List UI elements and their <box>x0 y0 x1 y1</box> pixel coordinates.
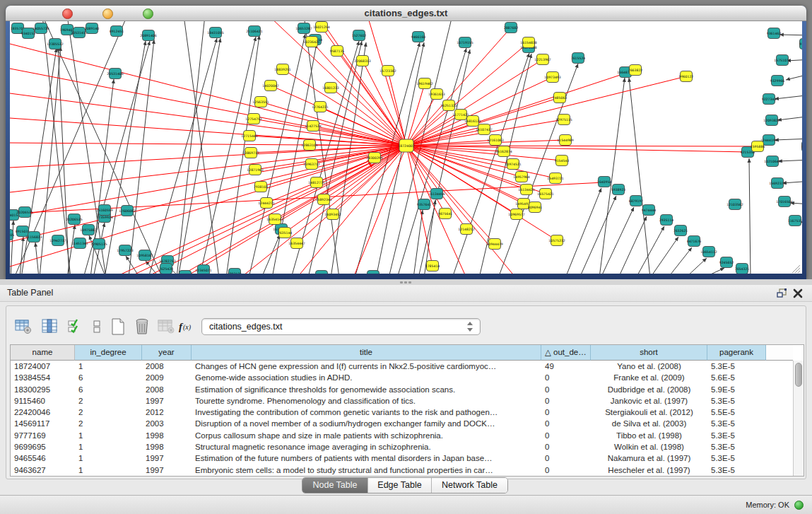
network-node[interactable]: 16801233 <box>322 83 339 93</box>
network-node[interactable]: 17957223 <box>117 245 133 256</box>
network-node[interactable]: 11544989 <box>557 135 573 146</box>
network-node[interactable]: 12905135 <box>90 239 107 250</box>
float-panel-icon[interactable] <box>777 288 788 298</box>
network-node[interactable]: 15493721 <box>547 173 563 184</box>
tab-node-table[interactable]: Node Table <box>302 478 368 493</box>
network-node[interactable]: 1803121 <box>228 269 242 274</box>
table-cell[interactable]: 18300295 <box>11 384 75 395</box>
vertical-scrollbar[interactable] <box>793 361 804 476</box>
table-cell[interactable]: de Silva et al. (2003) <box>591 418 707 429</box>
table-cell[interactable]: 5.3E-5 <box>707 418 766 429</box>
network-node[interactable]: 12975115 <box>555 115 572 125</box>
network-node[interactable]: 8471676 <box>687 236 702 247</box>
show-columns-checklist-icon[interactable] <box>64 316 85 337</box>
column-header-out_de[interactable]: △ out_de… <box>541 345 591 361</box>
table-cell[interactable]: Genome-wide association studies in ADHD. <box>192 372 541 383</box>
table-cell[interactable]: 1 <box>75 441 142 452</box>
network-node[interactable]: 8912451 <box>110 26 124 37</box>
network-node[interactable]: 16354447 <box>288 238 305 249</box>
network-node[interactable]: 12715441 <box>241 131 257 141</box>
table-cell[interactable]: 1997 <box>142 452 192 464</box>
network-node[interactable]: 21106421 <box>246 26 262 37</box>
network-node[interactable]: 7654321 <box>735 264 750 274</box>
network-node[interactable]: 7625428 <box>159 264 174 274</box>
network-node[interactable]: 14020047 <box>262 81 278 91</box>
network-node[interactable]: 9357641 <box>417 199 432 210</box>
network-node[interactable]: 1785414 <box>425 261 440 271</box>
network-node[interactable]: 9245652 <box>719 257 734 268</box>
column-header-pagerank[interactable]: pagerank <box>707 345 766 361</box>
table-cell[interactable]: 19384554 <box>11 372 75 383</box>
network-node[interactable]: 12385532 <box>47 39 63 49</box>
table-cell[interactable]: 5.3E-5 <box>707 395 766 407</box>
table-row[interactable]: 2242004622012Investigating the contribut… <box>11 407 804 418</box>
table-cell[interactable]: Nakamura et al. (1997) <box>591 452 707 464</box>
table-row[interactable]: 969969511998Structural magnetic resonanc… <box>11 441 804 452</box>
network-node[interactable]: 9329966 <box>770 76 785 86</box>
table-cell[interactable]: Corpus callosum shape and size in male p… <box>192 430 541 441</box>
function-builder-icon[interactable]: f (x) <box>177 316 198 337</box>
table-cell[interactable]: Changes of HCN gene expression and I(f) … <box>192 361 541 372</box>
network-node[interactable]: 10973493 <box>544 72 560 83</box>
scrollbar-thumb[interactable] <box>795 363 802 387</box>
network-node[interactable]: 19361613 <box>428 89 445 100</box>
network-node[interactable]: 15134456 <box>428 189 445 199</box>
table-cell[interactable]: 0 <box>541 441 591 452</box>
table-row[interactable]: 946362711997Embryonic stem cells: a mode… <box>11 465 804 476</box>
network-node[interactable]: 12444271 <box>258 198 274 209</box>
network-node[interactable]: 1167531 <box>788 216 802 226</box>
table-row[interactable]: 1830029562008Estimation of significance … <box>11 384 804 395</box>
network-node[interactable]: 12161063 <box>487 135 503 146</box>
table-cell[interactable]: 5.3E-5 <box>707 441 766 452</box>
panel-divider-grip[interactable] <box>400 281 403 284</box>
table-cell[interactable]: 6 <box>75 384 142 395</box>
tab-network-table[interactable]: Network Table <box>432 478 507 493</box>
network-node[interactable]: 10974521 <box>505 159 521 170</box>
table-cell[interactable]: Stergiakouli et al. (2012) <box>591 407 707 418</box>
network-node[interactable]: 16107437 <box>476 124 492 135</box>
network-node[interactable]: 7485063 <box>553 93 567 103</box>
table-cell[interactable]: Jankovic et al. (1997) <box>591 395 707 407</box>
network-node[interactable]: 12093822 <box>763 115 779 126</box>
network-node[interactable]: 15892341 <box>315 194 331 205</box>
table-settings-icon[interactable] <box>13 316 34 337</box>
table-cell[interactable]: 0 <box>541 384 591 395</box>
network-node[interactable]: 9587135 <box>330 46 345 57</box>
network-node[interactable]: 22068313 <box>354 56 370 66</box>
network-node[interactable]: 18431055 <box>207 28 223 38</box>
network-node[interactable]: 12148212 <box>458 224 474 235</box>
network-node[interactable]: 16251323 <box>440 100 457 111</box>
close-panel-icon[interactable] <box>792 288 804 298</box>
table-cell[interactable]: 0 <box>541 395 591 407</box>
table-row[interactable]: 911546021997Tourette syndrome. Phenomeno… <box>11 395 804 407</box>
network-node[interactable]: 25160559 <box>96 205 112 216</box>
network-node[interactable]: 10969577 <box>508 209 524 220</box>
table-cell[interactable]: 5.3E-5 <box>707 465 766 476</box>
network-node[interactable]: 16354147 <box>266 214 283 225</box>
table-cell[interactable]: 5.5E-5 <box>707 407 766 418</box>
network-node[interactable]: 9875641 <box>438 209 453 219</box>
network-node[interactable]: 5938923 <box>611 185 626 195</box>
network-node[interactable]: 9960122 <box>679 71 694 82</box>
network-node[interactable]: 11427524 <box>305 121 321 132</box>
network-node[interactable]: 12764221 <box>312 102 328 112</box>
network-node[interactable]: 2089140 <box>85 23 100 34</box>
network-node[interactable]: 16162874 <box>495 146 512 157</box>
network-node[interactable]: 12754752 <box>245 114 261 124</box>
table-cell[interactable]: Disruption of a novel member of a sodium… <box>192 418 541 429</box>
network-node[interactable]: 1640954 <box>597 177 612 187</box>
network-node[interactable]: 16093452 <box>324 209 341 220</box>
network-node[interactable]: 6879197 <box>629 196 644 206</box>
network-node[interactable]: 15134421 <box>518 185 534 195</box>
table-cell[interactable]: 9115460 <box>11 395 75 407</box>
table-cell[interactable]: Estimation of the future numbers of pati… <box>192 452 541 464</box>
column-header-year[interactable]: year <box>142 345 192 361</box>
network-node[interactable]: 20206535 <box>66 214 82 225</box>
table-cell[interactable]: 2012 <box>142 407 192 418</box>
table-cell[interactable]: 22420046 <box>11 407 75 418</box>
table-cell[interactable]: Estimation of significance thresholds fo… <box>192 384 541 395</box>
table-cell[interactable]: 0 <box>541 418 591 429</box>
table-cell[interactable]: 1998 <box>142 441 192 452</box>
table-cell[interactable]: 0 <box>541 372 591 383</box>
table-cell[interactable]: Yano et al. (2008) <box>591 361 707 372</box>
